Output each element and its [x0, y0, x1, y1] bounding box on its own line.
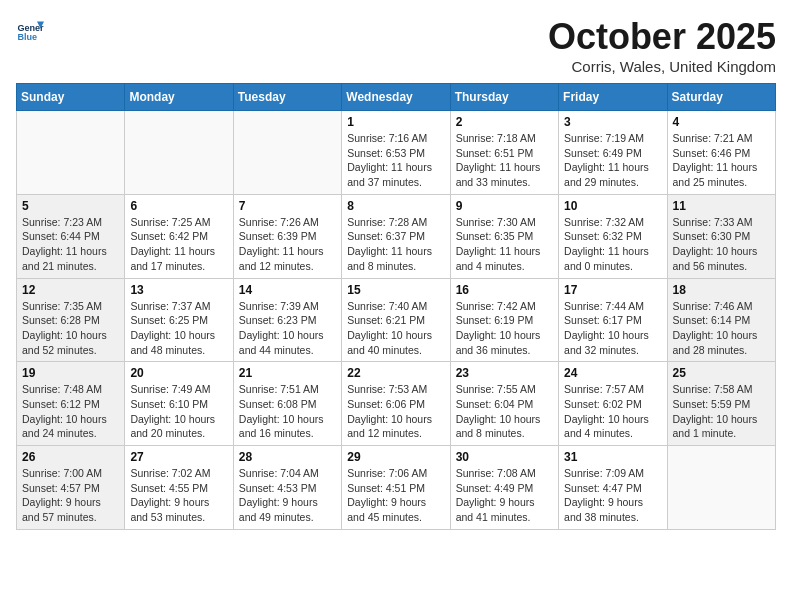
calendar-cell: [667, 446, 775, 530]
weekday-sunday: Sunday: [17, 84, 125, 111]
logo-icon: General Blue: [16, 16, 44, 44]
calendar-cell: 12Sunrise: 7:35 AM Sunset: 6:28 PM Dayli…: [17, 278, 125, 362]
day-info: Sunrise: 7:39 AM Sunset: 6:23 PM Dayligh…: [239, 299, 336, 358]
calendar-cell: 30Sunrise: 7:08 AM Sunset: 4:49 PM Dayli…: [450, 446, 558, 530]
day-info: Sunrise: 7:42 AM Sunset: 6:19 PM Dayligh…: [456, 299, 553, 358]
title-block: October 2025 Corris, Wales, United Kingd…: [548, 16, 776, 75]
day-number: 18: [673, 283, 770, 297]
calendar-cell: 3Sunrise: 7:19 AM Sunset: 6:49 PM Daylig…: [559, 111, 667, 195]
day-info: Sunrise: 7:35 AM Sunset: 6:28 PM Dayligh…: [22, 299, 119, 358]
calendar-cell: 23Sunrise: 7:55 AM Sunset: 6:04 PM Dayli…: [450, 362, 558, 446]
day-info: Sunrise: 7:28 AM Sunset: 6:37 PM Dayligh…: [347, 215, 444, 274]
week-row-2: 5Sunrise: 7:23 AM Sunset: 6:44 PM Daylig…: [17, 194, 776, 278]
day-number: 10: [564, 199, 661, 213]
day-number: 25: [673, 366, 770, 380]
day-number: 19: [22, 366, 119, 380]
calendar-cell: 16Sunrise: 7:42 AM Sunset: 6:19 PM Dayli…: [450, 278, 558, 362]
calendar-cell: 17Sunrise: 7:44 AM Sunset: 6:17 PM Dayli…: [559, 278, 667, 362]
day-info: Sunrise: 7:40 AM Sunset: 6:21 PM Dayligh…: [347, 299, 444, 358]
calendar-body: 1Sunrise: 7:16 AM Sunset: 6:53 PM Daylig…: [17, 111, 776, 530]
calendar-cell: [125, 111, 233, 195]
day-number: 28: [239, 450, 336, 464]
calendar-cell: 26Sunrise: 7:00 AM Sunset: 4:57 PM Dayli…: [17, 446, 125, 530]
month-title: October 2025: [548, 16, 776, 58]
day-number: 8: [347, 199, 444, 213]
logo: General Blue: [16, 16, 44, 44]
weekday-monday: Monday: [125, 84, 233, 111]
day-info: Sunrise: 7:55 AM Sunset: 6:04 PM Dayligh…: [456, 382, 553, 441]
day-number: 21: [239, 366, 336, 380]
calendar-cell: 21Sunrise: 7:51 AM Sunset: 6:08 PM Dayli…: [233, 362, 341, 446]
day-info: Sunrise: 7:08 AM Sunset: 4:49 PM Dayligh…: [456, 466, 553, 525]
day-info: Sunrise: 7:58 AM Sunset: 5:59 PM Dayligh…: [673, 382, 770, 441]
day-info: Sunrise: 7:16 AM Sunset: 6:53 PM Dayligh…: [347, 131, 444, 190]
day-number: 17: [564, 283, 661, 297]
day-info: Sunrise: 7:23 AM Sunset: 6:44 PM Dayligh…: [22, 215, 119, 274]
calendar-cell: 14Sunrise: 7:39 AM Sunset: 6:23 PM Dayli…: [233, 278, 341, 362]
day-number: 15: [347, 283, 444, 297]
calendar-table: SundayMondayTuesdayWednesdayThursdayFrid…: [16, 83, 776, 530]
day-number: 13: [130, 283, 227, 297]
day-number: 14: [239, 283, 336, 297]
day-info: Sunrise: 7:00 AM Sunset: 4:57 PM Dayligh…: [22, 466, 119, 525]
calendar-cell: [233, 111, 341, 195]
calendar-cell: 1Sunrise: 7:16 AM Sunset: 6:53 PM Daylig…: [342, 111, 450, 195]
day-info: Sunrise: 7:19 AM Sunset: 6:49 PM Dayligh…: [564, 131, 661, 190]
weekday-wednesday: Wednesday: [342, 84, 450, 111]
calendar-cell: 24Sunrise: 7:57 AM Sunset: 6:02 PM Dayli…: [559, 362, 667, 446]
calendar-cell: 11Sunrise: 7:33 AM Sunset: 6:30 PM Dayli…: [667, 194, 775, 278]
calendar-cell: 25Sunrise: 7:58 AM Sunset: 5:59 PM Dayli…: [667, 362, 775, 446]
day-number: 2: [456, 115, 553, 129]
calendar-cell: 8Sunrise: 7:28 AM Sunset: 6:37 PM Daylig…: [342, 194, 450, 278]
day-info: Sunrise: 7:32 AM Sunset: 6:32 PM Dayligh…: [564, 215, 661, 274]
day-info: Sunrise: 7:53 AM Sunset: 6:06 PM Dayligh…: [347, 382, 444, 441]
day-number: 11: [673, 199, 770, 213]
weekday-header-row: SundayMondayTuesdayWednesdayThursdayFrid…: [17, 84, 776, 111]
weekday-friday: Friday: [559, 84, 667, 111]
calendar-cell: 20Sunrise: 7:49 AM Sunset: 6:10 PM Dayli…: [125, 362, 233, 446]
day-number: 20: [130, 366, 227, 380]
calendar-cell: 28Sunrise: 7:04 AM Sunset: 4:53 PM Dayli…: [233, 446, 341, 530]
day-info: Sunrise: 7:44 AM Sunset: 6:17 PM Dayligh…: [564, 299, 661, 358]
day-number: 29: [347, 450, 444, 464]
day-info: Sunrise: 7:18 AM Sunset: 6:51 PM Dayligh…: [456, 131, 553, 190]
day-number: 3: [564, 115, 661, 129]
day-info: Sunrise: 7:57 AM Sunset: 6:02 PM Dayligh…: [564, 382, 661, 441]
calendar-cell: 31Sunrise: 7:09 AM Sunset: 4:47 PM Dayli…: [559, 446, 667, 530]
day-info: Sunrise: 7:37 AM Sunset: 6:25 PM Dayligh…: [130, 299, 227, 358]
page-header: General Blue October 2025 Corris, Wales,…: [16, 16, 776, 75]
calendar-cell: 13Sunrise: 7:37 AM Sunset: 6:25 PM Dayli…: [125, 278, 233, 362]
calendar-cell: 6Sunrise: 7:25 AM Sunset: 6:42 PM Daylig…: [125, 194, 233, 278]
day-number: 6: [130, 199, 227, 213]
day-number: 1: [347, 115, 444, 129]
day-number: 30: [456, 450, 553, 464]
weekday-tuesday: Tuesday: [233, 84, 341, 111]
day-number: 22: [347, 366, 444, 380]
week-row-1: 1Sunrise: 7:16 AM Sunset: 6:53 PM Daylig…: [17, 111, 776, 195]
calendar-cell: 27Sunrise: 7:02 AM Sunset: 4:55 PM Dayli…: [125, 446, 233, 530]
day-info: Sunrise: 7:04 AM Sunset: 4:53 PM Dayligh…: [239, 466, 336, 525]
day-info: Sunrise: 7:51 AM Sunset: 6:08 PM Dayligh…: [239, 382, 336, 441]
week-row-4: 19Sunrise: 7:48 AM Sunset: 6:12 PM Dayli…: [17, 362, 776, 446]
day-number: 27: [130, 450, 227, 464]
calendar-cell: 29Sunrise: 7:06 AM Sunset: 4:51 PM Dayli…: [342, 446, 450, 530]
calendar-cell: 15Sunrise: 7:40 AM Sunset: 6:21 PM Dayli…: [342, 278, 450, 362]
calendar-cell: 18Sunrise: 7:46 AM Sunset: 6:14 PM Dayli…: [667, 278, 775, 362]
day-number: 7: [239, 199, 336, 213]
calendar-cell: 22Sunrise: 7:53 AM Sunset: 6:06 PM Dayli…: [342, 362, 450, 446]
week-row-3: 12Sunrise: 7:35 AM Sunset: 6:28 PM Dayli…: [17, 278, 776, 362]
day-info: Sunrise: 7:06 AM Sunset: 4:51 PM Dayligh…: [347, 466, 444, 525]
day-info: Sunrise: 7:09 AM Sunset: 4:47 PM Dayligh…: [564, 466, 661, 525]
day-info: Sunrise: 7:49 AM Sunset: 6:10 PM Dayligh…: [130, 382, 227, 441]
day-number: 31: [564, 450, 661, 464]
svg-text:Blue: Blue: [17, 32, 37, 42]
day-info: Sunrise: 7:21 AM Sunset: 6:46 PM Dayligh…: [673, 131, 770, 190]
location-subtitle: Corris, Wales, United Kingdom: [548, 58, 776, 75]
day-info: Sunrise: 7:33 AM Sunset: 6:30 PM Dayligh…: [673, 215, 770, 274]
day-number: 5: [22, 199, 119, 213]
day-number: 4: [673, 115, 770, 129]
calendar-cell: 7Sunrise: 7:26 AM Sunset: 6:39 PM Daylig…: [233, 194, 341, 278]
calendar-cell: 5Sunrise: 7:23 AM Sunset: 6:44 PM Daylig…: [17, 194, 125, 278]
weekday-saturday: Saturday: [667, 84, 775, 111]
day-number: 24: [564, 366, 661, 380]
